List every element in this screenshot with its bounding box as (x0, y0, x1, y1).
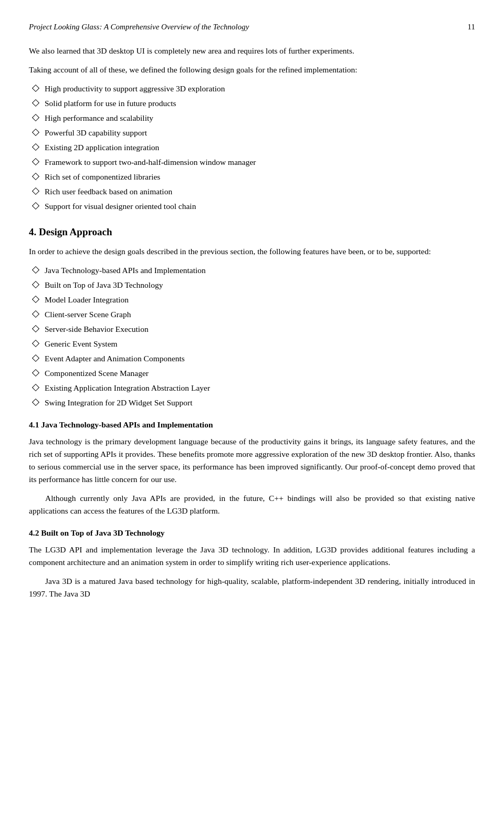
list-item: Java Technology-based APIs and Implement… (29, 264, 475, 277)
list-item: Server-side Behavior Execution (29, 323, 475, 336)
section4-intro: In order to achieve the design goals des… (29, 245, 475, 258)
list-item: Framework to support two-and-half-dimens… (29, 156, 475, 169)
list-item: Solid platform for use in future product… (29, 97, 475, 110)
diamond-icon (32, 384, 39, 391)
list-item: Client-server Scene Graph (29, 308, 475, 321)
diamond-icon (32, 129, 39, 136)
diamond-icon (32, 158, 39, 165)
diamond-icon (32, 399, 39, 406)
list-item: High productivity to support aggressive … (29, 82, 475, 95)
list-item-text: Java Technology-based APIs and Implement… (45, 264, 206, 277)
list-item-text: Existing Application Integration Abstrac… (45, 382, 210, 394)
list-item-text: Solid platform for use in future product… (45, 97, 176, 110)
list-item-text: Built on Top of Java 3D Technology (45, 279, 163, 291)
list-item: Existing 2D application integration (29, 141, 475, 154)
list-item-text: Client-server Scene Graph (45, 308, 131, 321)
diamond-icon (32, 296, 39, 303)
section42-heading: 4.2 Built on Top of Java 3D Technology (29, 527, 475, 539)
list-item-text: Event Adapter and Animation Components (45, 352, 185, 365)
list-item-text: Support for visual designer oriented too… (45, 200, 196, 213)
list-item-text: Model Loader Integration (45, 294, 129, 306)
list-item: Event Adapter and Animation Components (29, 352, 475, 365)
list-item-text: High productivity to support aggressive … (45, 82, 225, 95)
list-item: Powerful 3D capability support (29, 127, 475, 139)
diamond-icon (32, 85, 39, 92)
section41-body2: Although currently only Java APIs are pr… (29, 492, 475, 517)
section41-body1: Java technology is the primary developme… (29, 435, 475, 486)
diamond-icon (32, 369, 39, 377)
page-number: 11 (468, 21, 475, 33)
list-item-text: Generic Event System (45, 338, 118, 350)
list-item-text: Server-side Behavior Execution (45, 323, 149, 336)
list-item: Rich user feedback based on animation (29, 185, 475, 198)
diamond-icon (32, 354, 39, 362)
list-item: Model Loader Integration (29, 294, 475, 306)
diamond-icon (32, 143, 39, 151)
list-item: Rich set of componentized libraries (29, 171, 475, 183)
features-list: Java Technology-based APIs and Implement… (29, 264, 475, 409)
design-goals-list: High productivity to support aggressive … (29, 82, 475, 213)
list-item-text: High performance and scalability (45, 112, 153, 124)
intro-paragraph: We also learned that 3D desktop UI is co… (29, 45, 475, 57)
diamond-icon (32, 187, 39, 195)
list-item-text: Framework to support two-and-half-dimens… (45, 156, 256, 169)
section42-body2: Java 3D is a matured Java based technolo… (29, 575, 475, 600)
diamond-icon (32, 340, 39, 347)
section42-body1: The LG3D API and implementation leverage… (29, 544, 475, 569)
diamond-icon (32, 325, 39, 332)
page-header: Project Looking Glass: A Comprehensive O… (29, 21, 475, 33)
header-title: Project Looking Glass: A Comprehensive O… (29, 21, 249, 33)
list-item-text: Componentized Scene Manager (45, 367, 149, 380)
list-item: Existing Application Integration Abstrac… (29, 382, 475, 394)
list-item-text: Rich set of componentized libraries (45, 171, 160, 183)
section4-heading: 4. Design Approach (29, 224, 475, 239)
list-item-text: Swing Integration for 2D Widget Set Supp… (45, 396, 193, 409)
list-item-text: Rich user feedback based on animation (45, 185, 172, 198)
diamond-icon (32, 202, 39, 210)
list-item: Componentized Scene Manager (29, 367, 475, 380)
list-item: Support for visual designer oriented too… (29, 200, 475, 213)
list-item: High performance and scalability (29, 112, 475, 124)
list-item-text: Powerful 3D capability support (45, 127, 147, 139)
diamond-icon (32, 310, 39, 318)
diamond-icon (32, 99, 39, 107)
page: Project Looking Glass: A Comprehensive O… (0, 0, 504, 836)
list-item: Generic Event System (29, 338, 475, 350)
list-item: Built on Top of Java 3D Technology (29, 279, 475, 291)
diamond-icon (32, 281, 39, 288)
diamond-icon (32, 173, 39, 180)
section41-heading: 4.1 Java Technology-based APIs and Imple… (29, 419, 475, 431)
diamond-icon (32, 266, 39, 274)
diamond-icon (32, 114, 39, 121)
goals-intro: Taking account of all of these, we defin… (29, 64, 475, 76)
list-item-text: Existing 2D application integration (45, 141, 159, 154)
list-item: Swing Integration for 2D Widget Set Supp… (29, 396, 475, 409)
